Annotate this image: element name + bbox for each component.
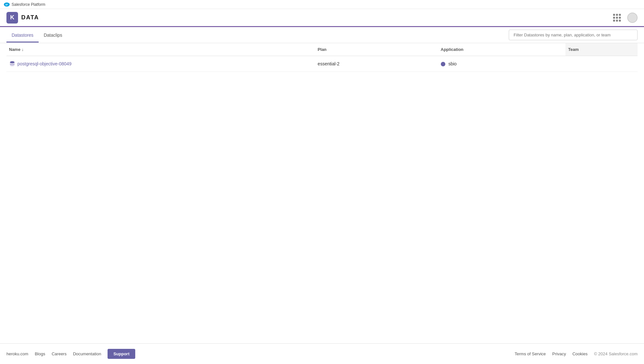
tab-dataclips[interactable]: Dataclips	[39, 28, 68, 43]
footer: heroku.com Blogs Careers Documentation S…	[0, 343, 644, 364]
col-header-name[interactable]: Name ↓	[6, 43, 315, 56]
apps-grid-icon[interactable]	[612, 13, 622, 23]
col-header-team[interactable]: Team	[565, 43, 638, 56]
footer-left: heroku.com Blogs Careers Documentation S…	[6, 349, 135, 359]
table-header-row: Name ↓ Plan Application Team	[6, 43, 638, 56]
heroku-header: K DATA	[0, 9, 644, 27]
col-header-plan[interactable]: Plan	[315, 43, 438, 56]
header-right	[612, 13, 638, 23]
app-dot-icon	[441, 62, 445, 66]
salesforce-topbar: SF Salesforce Platform	[0, 0, 644, 9]
footer-link-cookies[interactable]: Cookies	[573, 351, 588, 356]
heroku-logo-area: K DATA	[6, 12, 39, 24]
table-container: Name ↓ Plan Application Team	[0, 43, 644, 343]
tab-datastores[interactable]: Datastores	[6, 28, 39, 43]
sort-arrow-name: ↓	[22, 47, 24, 52]
user-avatar[interactable]	[627, 13, 638, 23]
page-title: DATA	[21, 14, 39, 21]
row-name-cell: postgresql-objective-08049	[6, 56, 315, 72]
row-plan-cell: essential-2	[315, 56, 438, 72]
row-application-cell: sbio	[438, 56, 566, 72]
footer-link-terms[interactable]: Terms of Service	[515, 351, 546, 356]
footer-link-careers[interactable]: Careers	[52, 351, 66, 356]
tabs: Datastores Dataclips	[6, 28, 67, 42]
col-header-application[interactable]: Application	[438, 43, 566, 56]
footer-link-privacy[interactable]: Privacy	[552, 351, 566, 356]
support-button[interactable]: Support	[108, 349, 135, 359]
datastores-table: Name ↓ Plan Application Team	[6, 43, 638, 72]
salesforce-label: Salesforce Platform	[12, 2, 45, 7]
heroku-logo-icon[interactable]: K	[6, 12, 18, 24]
filter-input[interactable]	[509, 30, 638, 40]
footer-link-documentation[interactable]: Documentation	[73, 351, 101, 356]
footer-right: Terms of Service Privacy Cookies © 2024 …	[515, 351, 638, 356]
salesforce-logo-icon: SF	[4, 2, 10, 7]
footer-link-blogs[interactable]: Blogs	[35, 351, 45, 356]
row-team-cell	[565, 56, 638, 72]
footer-link-heroku[interactable]: heroku.com	[6, 351, 28, 356]
tab-bar: Datastores Dataclips	[0, 27, 644, 43]
database-icon	[9, 61, 15, 67]
svg-text:SF: SF	[5, 3, 8, 5]
datastore-name-link[interactable]: postgresql-objective-08049	[17, 61, 71, 66]
table-row: postgresql-objective-08049 essential-2 s…	[6, 56, 638, 72]
footer-copyright: © 2024 Salesforce.com	[594, 351, 638, 356]
